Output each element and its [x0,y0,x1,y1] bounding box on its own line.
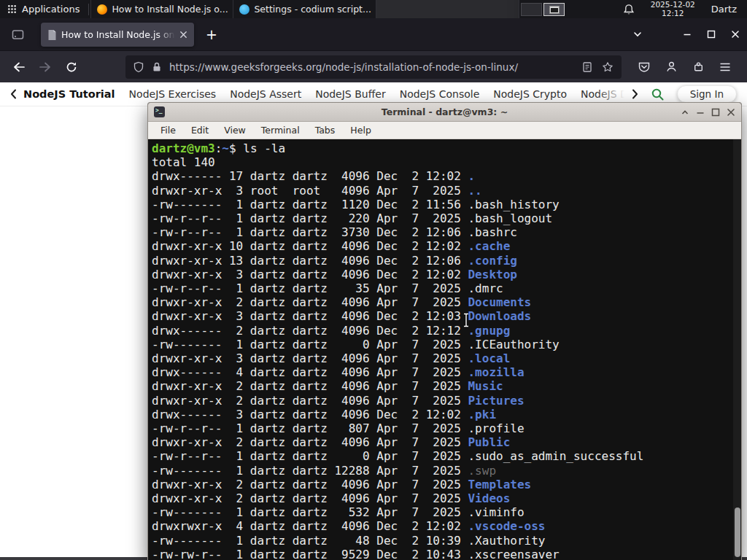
search-icon[interactable] [651,88,665,101]
terminal-screen[interactable]: dartz@vm3:~$ ls -latotal 140drwx------ 1… [148,139,741,560]
terminal-output-line: drwxr-xr-x 3 dartz dartz 4096 Apr 7 2025… [152,351,741,365]
browser-tab-active[interactable]: How to Install Node.js on [41,23,194,47]
site-nav-link[interactable]: NodeJS Console [400,88,480,100]
file-name: .cache [468,239,510,253]
terminal-output-line: drwxr-xr-x 3 dartz dartz 4096 Dec 2 12:0… [152,309,741,323]
terminal-titlebar[interactable]: Terminal - dartz@vm3: ~ [148,103,741,122]
terminal-menu-view[interactable]: View [224,125,246,136]
terminal-menu-terminal[interactable]: Terminal [261,125,300,136]
file-name: .pki [468,408,496,421]
applications-menu-button[interactable]: Applications [0,0,87,18]
reload-button[interactable] [60,55,83,79]
taskbar-window-button[interactable]: How to Install Node.js o... [90,0,233,18]
terminal-output-line: drwx------ 4 dartz dartz 4096 Apr 7 2025… [152,365,741,379]
terminal-output-line: drwxr-xr-x 3 root root 4096 Apr 7 2025 .… [152,184,741,198]
site-nav-link[interactable]: NodeJS Buffer [315,88,386,100]
site-nav-link[interactable]: NodeJS Crypto [493,88,567,100]
file-name: .. [468,184,481,198]
site-nav-back-label: NodeJS Tutorial [23,88,115,100]
taskbar-window-button[interactable]: Settings - codium script... [233,0,376,18]
terminal-output-line: drwx------ 2 dartz dartz 4096 Dec 2 12:1… [152,324,741,338]
taskbar-window-label: How to Install Node.js o... [112,4,228,15]
tab-title: How to Install Node.js on [61,29,175,40]
terminal-scrollbar-thumb[interactable] [735,508,740,557]
file-name: .vscode-oss [468,519,545,533]
file-name: .gnupg [468,324,510,338]
chevron-right-icon[interactable] [632,89,638,99]
lock-icon[interactable] [152,61,162,73]
terminal-output-line: drwxr-xr-x 2 dartz dartz 4096 Apr 7 2025… [152,379,741,393]
terminal-shade-button[interactable] [681,108,689,117]
terminal-output-line: -rw-r--r-- 1 dartz dartz 3730 Dec 2 12:0… [152,225,741,239]
terminal-output-line: drwxr-xr-x 2 dartz dartz 4096 Apr 7 2025… [152,394,741,408]
terminal-close-button[interactable] [727,108,735,117]
taskbar: How to Install Node.js o...Settings - co… [90,0,519,18]
terminal-menu-file[interactable]: File [160,125,176,136]
terminal-output-line: drwx------ 17 dartz dartz 4096 Dec 2 12:… [152,169,741,183]
file-name: .bash_logout [468,211,552,225]
workspace-1[interactable] [521,3,542,16]
terminal-menu-edit[interactable]: Edit [191,125,209,136]
notification-bell-icon[interactable] [623,4,635,15]
browser-maximize-button[interactable] [699,18,723,50]
file-name: .xscreensaver [468,548,559,560]
browser-close-button[interactable] [723,18,747,50]
panel-separator [88,4,89,15]
file-name: Downloads [468,309,531,323]
terminal-output-line: -rw-r--r-- 1 dartz dartz 220 Apr 7 2025 … [152,211,741,225]
terminal-output-line: drwx------ 3 dartz dartz 4096 Dec 2 12:0… [152,408,741,421]
tab-close-icon[interactable] [179,31,187,39]
tracking-protection-shield-icon[interactable] [133,61,144,73]
terminal-output-line: drwxrwxr-x 4 dartz dartz 4096 Dec 2 12:0… [152,519,741,533]
panel-clock[interactable]: 2025-12-02 12:12 [651,1,695,18]
menu-hamburger-icon[interactable] [719,62,731,72]
file-name: .dmrc [468,281,503,295]
url-bar[interactable]: https://www.geeksforgeeks.org/node-js/in… [125,55,622,79]
site-nav-back[interactable]: NodeJS Tutorial [10,88,115,100]
url-text[interactable]: https://www.geeksforgeeks.org/node-js/in… [169,61,582,73]
browser-toolbar: https://www.geeksforgeeks.org/node-js/in… [0,50,747,82]
terminal-output-line: drwxr-xr-x 3 dartz dartz 4096 Dec 2 12:0… [152,268,741,281]
back-button[interactable] [7,55,31,79]
workspace-pager[interactable] [521,3,565,16]
extensions-puzzle-icon[interactable] [692,61,705,73]
sign-in-button[interactable]: Sign In [677,85,737,103]
file-name: .viminfo [468,505,524,519]
terminal-output-line: drwxr-xr-x 2 dartz dartz 4096 Apr 7 2025… [152,491,741,505]
terminal-scrollbar[interactable] [733,139,741,560]
new-tab-button[interactable]: + [201,24,222,44]
terminal-window-title: Terminal - dartz@vm3: ~ [148,106,741,117]
terminal-menu-help[interactable]: Help [350,125,371,136]
account-icon[interactable] [665,61,678,73]
file-name: Templates [468,478,531,491]
terminal-minimize-button[interactable] [696,108,705,117]
workspace-2-active[interactable] [543,3,565,16]
terminal-output-line: -rw------- 1 dartz dartz 48 Dec 2 10:39 … [152,534,741,548]
bookmark-star-icon[interactable] [602,61,614,73]
file-name: .bashrc [468,225,516,239]
reader-mode-icon[interactable] [582,61,592,73]
terminal-menu-tabs[interactable]: Tabs [315,125,336,136]
panel-right-area: 2025-12-02 12:12 Dartz [521,0,747,18]
site-nav-link[interactable]: NodeJS Exercises [129,88,217,100]
list-all-tabs-chevron-icon[interactable] [632,29,643,39]
terminal-maximize-button[interactable] [711,108,720,117]
terminal-app-icon [154,106,165,117]
forward-button[interactable] [34,55,57,79]
browser-minimize-button[interactable] [675,18,699,50]
applications-grid-icon [7,4,17,14]
user-menu[interactable]: Dartz [711,4,737,15]
terminal-output-line: drwxr-xr-x 13 dartz dartz 4096 Dec 2 12:… [152,254,741,268]
file-name: .local [468,351,510,365]
applications-menu-label: Applications [22,4,80,15]
file-name: .sudo_as_admin_successful [468,449,643,463]
taskbar-window-button[interactable]: Terminal - dartz@vm3: ~ [376,0,519,18]
terminal-output-line: -rw-r--r-- 1 dartz dartz 35 Apr 7 2025 .… [152,281,741,295]
file-name: . [468,169,475,183]
file-name: Music [468,379,503,393]
terminal-output-line: -rw------- 1 dartz dartz 1120 Dec 2 11:5… [152,198,741,211]
site-nav-link[interactable]: NodeJS Assert [230,88,301,100]
firefox-view-icon[interactable] [12,29,24,40]
browser-tab-bar: How to Install Node.js on + [0,18,747,50]
pocket-icon[interactable] [638,61,651,74]
